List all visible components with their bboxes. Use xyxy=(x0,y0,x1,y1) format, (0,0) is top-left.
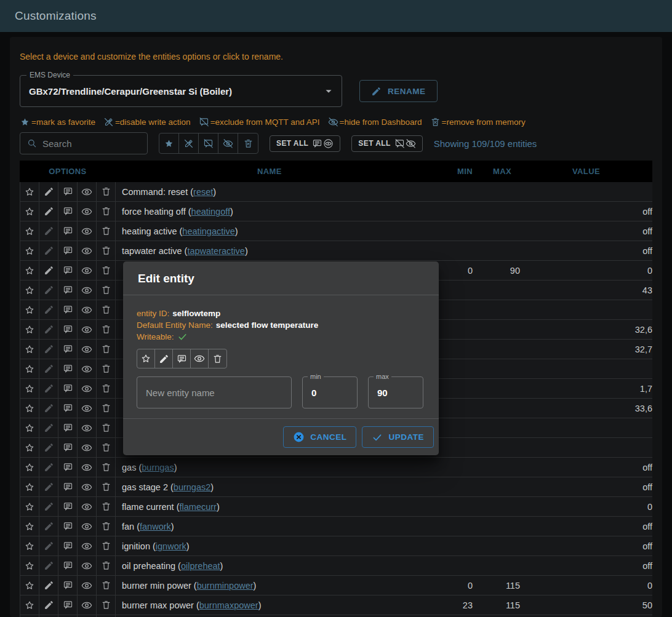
visibility-toggle-button[interactable] xyxy=(191,349,209,368)
favorite-toggle-button[interactable] xyxy=(20,202,39,221)
table-row[interactable]: flame current (flamecurr) 0 xyxy=(20,497,652,517)
mqtt-toggle-button[interactable] xyxy=(58,399,78,418)
table-row[interactable]: burner min power (burnminpower) 0 115 0 xyxy=(20,576,652,595)
delete-toggle-button[interactable] xyxy=(97,458,116,477)
favorite-toggle-button[interactable] xyxy=(20,595,39,615)
entity-id-link[interactable]: burngas2 xyxy=(174,482,210,492)
update-button[interactable]: UPDATE xyxy=(362,426,434,448)
filter-remove-memory-button[interactable] xyxy=(238,133,258,153)
table-row[interactable]: tapwater active (tapwateractive) off xyxy=(20,241,652,261)
search-input[interactable] xyxy=(42,138,141,149)
visibility-toggle-button[interactable] xyxy=(78,221,97,241)
favorite-toggle-button[interactable] xyxy=(20,300,39,319)
delete-toggle-button[interactable] xyxy=(97,340,116,359)
write-toggle-button[interactable] xyxy=(39,300,58,319)
visibility-toggle-button[interactable] xyxy=(78,438,97,457)
entity-id-link[interactable]: burngas xyxy=(142,463,174,472)
favorite-toggle-button[interactable] xyxy=(20,281,39,300)
min-value[interactable]: 0 xyxy=(311,388,316,398)
visibility-toggle-button[interactable] xyxy=(78,202,97,221)
entity-id-link[interactable]: reset xyxy=(193,187,213,197)
mqtt-toggle-button[interactable] xyxy=(58,497,78,516)
mqtt-toggle-button[interactable] xyxy=(58,261,78,280)
visibility-toggle-button[interactable] xyxy=(78,477,97,496)
favorite-toggle-button[interactable] xyxy=(20,458,39,477)
write-toggle-button[interactable] xyxy=(39,477,58,496)
mqtt-toggle-button[interactable] xyxy=(58,379,78,398)
visibility-toggle-button[interactable] xyxy=(78,536,97,555)
favorite-toggle-button[interactable] xyxy=(137,349,155,368)
entity-id-link[interactable]: fanwork xyxy=(140,522,171,531)
entity-id-link[interactable]: ignwork xyxy=(156,541,186,551)
favorite-toggle-button[interactable] xyxy=(20,536,39,555)
delete-toggle-button[interactable] xyxy=(97,281,116,300)
set-all-hide-button[interactable]: SET ALL xyxy=(351,135,422,152)
table-row[interactable]: Command: reset (reset) xyxy=(20,182,652,202)
cancel-button[interactable]: CANCEL xyxy=(283,426,356,448)
delete-toggle-button[interactable] xyxy=(97,202,116,221)
visibility-toggle-button[interactable] xyxy=(78,320,97,339)
delete-toggle-button[interactable] xyxy=(97,497,116,516)
mqtt-toggle-button[interactable] xyxy=(58,556,78,575)
delete-toggle-button[interactable] xyxy=(97,241,116,260)
write-toggle-button[interactable] xyxy=(39,221,58,241)
visibility-toggle-button[interactable] xyxy=(78,359,97,378)
mqtt-toggle-button[interactable] xyxy=(58,221,78,241)
new-entity-name-input[interactable] xyxy=(146,388,282,398)
delete-toggle-button[interactable] xyxy=(209,349,226,368)
table-row[interactable]: gas stage 2 (burngas2) off xyxy=(20,477,652,497)
entity-id-link[interactable]: heatingoff xyxy=(191,207,230,217)
favorite-toggle-button[interactable] xyxy=(20,556,39,575)
visibility-toggle-button[interactable] xyxy=(78,595,97,615)
visibility-toggle-button[interactable] xyxy=(78,340,97,359)
favorite-toggle-button[interactable] xyxy=(20,182,39,201)
mqtt-toggle-button[interactable] xyxy=(58,576,78,595)
write-toggle-button[interactable] xyxy=(39,536,58,555)
visibility-toggle-button[interactable] xyxy=(78,418,97,437)
delete-toggle-button[interactable] xyxy=(97,418,116,437)
entity-id-link[interactable]: burnmaxpower xyxy=(199,600,258,610)
write-toggle-button[interactable] xyxy=(39,556,58,575)
table-row[interactable]: burner max power (burnmaxpower) 23 115 5… xyxy=(20,595,652,615)
mqtt-toggle-button[interactable] xyxy=(58,182,78,201)
delete-toggle-button[interactable] xyxy=(97,536,116,555)
delete-toggle-button[interactable] xyxy=(97,517,116,536)
favorite-toggle-button[interactable] xyxy=(20,477,39,496)
favorite-toggle-button[interactable] xyxy=(20,418,39,437)
mqtt-toggle-button[interactable] xyxy=(58,340,78,359)
favorite-toggle-button[interactable] xyxy=(20,379,39,398)
visibility-toggle-button[interactable] xyxy=(78,576,97,595)
table-row[interactable]: fan (fanwork) off xyxy=(20,517,652,536)
write-toggle-button[interactable] xyxy=(39,241,58,260)
table-row[interactable]: force heating off (heatingoff) off xyxy=(20,202,652,221)
mqtt-toggle-button[interactable] xyxy=(58,418,78,437)
delete-toggle-button[interactable] xyxy=(97,221,116,241)
visibility-toggle-button[interactable] xyxy=(78,182,97,201)
visibility-toggle-button[interactable] xyxy=(78,497,97,516)
entity-id-link[interactable]: flamecurr xyxy=(179,502,216,512)
visibility-toggle-button[interactable] xyxy=(78,261,97,280)
favorite-toggle-button[interactable] xyxy=(20,576,39,595)
write-toggle-button[interactable] xyxy=(39,320,58,339)
write-toggle-button[interactable] xyxy=(155,349,173,368)
delete-toggle-button[interactable] xyxy=(97,556,116,575)
entity-id-link[interactable]: oilpreheat xyxy=(181,561,220,571)
write-toggle-button[interactable] xyxy=(39,359,58,378)
visibility-toggle-button[interactable] xyxy=(78,379,97,398)
visibility-toggle-button[interactable] xyxy=(78,517,97,536)
visibility-toggle-button[interactable] xyxy=(78,458,97,477)
favorite-toggle-button[interactable] xyxy=(20,261,39,280)
write-toggle-button[interactable] xyxy=(39,340,58,359)
visibility-toggle-button[interactable] xyxy=(78,281,97,300)
delete-toggle-button[interactable] xyxy=(97,320,116,339)
table-row[interactable]: ignition (ignwork) off xyxy=(20,536,652,556)
filter-hide-dashboard-button[interactable] xyxy=(218,133,238,153)
visibility-toggle-button[interactable] xyxy=(78,300,97,319)
filter-disable-write-button[interactable] xyxy=(179,133,199,153)
write-toggle-button[interactable] xyxy=(39,458,58,477)
mqtt-toggle-button[interactable] xyxy=(58,458,78,477)
visibility-toggle-button[interactable] xyxy=(78,399,97,418)
visibility-toggle-button[interactable] xyxy=(78,556,97,575)
rename-button[interactable]: RENAME xyxy=(359,80,438,102)
write-toggle-button[interactable] xyxy=(39,261,58,280)
